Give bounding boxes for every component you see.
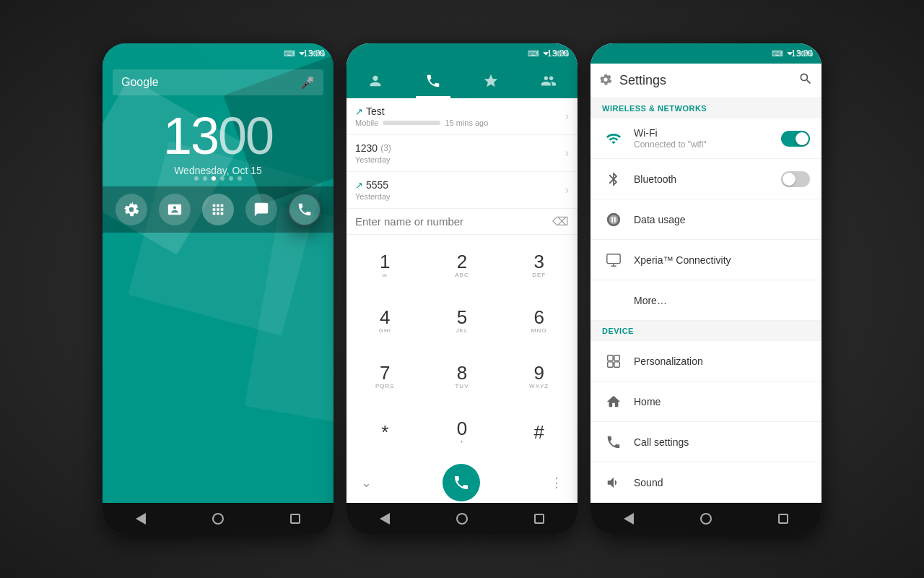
wifi-text: Wi-Fi Connected to "wifi" xyxy=(634,127,781,150)
sound-title: Sound xyxy=(634,477,810,488)
google-label: Google xyxy=(121,76,159,89)
number-input[interactable] xyxy=(355,215,552,228)
dialer-tabs xyxy=(346,64,578,98)
xperia-title: Xperia™ Connectivity xyxy=(634,254,810,266)
settings-item-bluetooth[interactable]: Bluetooth xyxy=(590,159,821,199)
dial-key-4[interactable]: 4 GHI xyxy=(346,293,424,349)
dial-key-5[interactable]: 5 JKL xyxy=(424,293,501,349)
google-search-bar[interactable]: Google 🎤 xyxy=(113,69,323,95)
home-icon xyxy=(602,394,625,410)
tab-groups[interactable] xyxy=(520,64,578,98)
tab-favorites[interactable] xyxy=(462,64,520,98)
bluetooth-toggle[interactable] xyxy=(781,171,810,187)
nav-recent[interactable] xyxy=(284,508,306,530)
call-settings-icon xyxy=(602,434,625,450)
wifi-toggle-on[interactable] xyxy=(781,131,810,147)
settings-item-home[interactable]: Home xyxy=(590,381,821,422)
mic-icon[interactable]: 🎤 xyxy=(300,76,315,90)
dial-key-7[interactable]: 7 PQRS xyxy=(346,349,424,405)
dial-key-3[interactable]: 3 DEF xyxy=(500,238,578,293)
call-info-5555: ↗ 5555 Yesterday xyxy=(355,179,565,201)
dock-phone[interactable] xyxy=(289,194,321,225)
more-title: More… xyxy=(634,295,810,306)
wifi-title: Wi-Fi xyxy=(634,127,781,139)
clock-hours: 13 xyxy=(163,107,218,165)
nav-back[interactable] xyxy=(130,508,152,530)
svg-rect-3 xyxy=(614,355,619,360)
nav-recent[interactable] xyxy=(772,508,794,530)
home-text: Home xyxy=(634,396,810,407)
call-chevron-1230: › xyxy=(565,147,569,160)
settings-gear-icon xyxy=(599,73,612,89)
settings-item-personalization[interactable]: Personalization xyxy=(590,341,821,381)
dial-key-9[interactable]: 9 WXYZ xyxy=(500,349,578,405)
dialer-status-bar: ⌨ ⏷ 90% 13:00 xyxy=(346,43,578,64)
nav-home[interactable] xyxy=(207,508,229,530)
call-button[interactable] xyxy=(443,464,480,501)
wifi-toggle[interactable] xyxy=(781,131,810,147)
dial-key-0[interactable]: 0 + xyxy=(424,404,501,460)
wifi-icon: ⌨ xyxy=(772,49,783,59)
bluetooth-text: Bluetooth xyxy=(634,173,781,185)
dial-key-2[interactable]: 2 ABC xyxy=(424,238,501,293)
xperia-text: Xperia™ Connectivity xyxy=(634,254,810,266)
call-chevron-5555: › xyxy=(565,184,569,197)
dock-apps[interactable] xyxy=(202,194,234,225)
settings-item-more[interactable]: More… xyxy=(590,280,821,321)
settings-search-button[interactable] xyxy=(798,72,813,90)
clock-time: 1300 xyxy=(103,110,334,162)
recent-calls: ↗ Test Mobile 15 mins ago › 1230 (3) xyxy=(346,98,578,209)
settings-title: Settings xyxy=(619,73,791,88)
sound-text: Sound xyxy=(634,477,810,488)
call-item-5555[interactable]: ↗ 5555 Yesterday › xyxy=(346,172,578,209)
section-header-device: DEVICE xyxy=(590,321,821,341)
clear-button[interactable]: ⌫ xyxy=(552,215,569,228)
settings-list: WIRELESS & NETWORKS Wi-Fi Connected to "… xyxy=(590,98,821,503)
call-item-1230[interactable]: 1230 (3) Yesterday › xyxy=(346,135,578,172)
svg-rect-1 xyxy=(607,254,620,263)
data-usage-text: Data usage xyxy=(634,214,810,225)
clock-widget: 1300 Wednesday, Oct 15 xyxy=(103,110,334,176)
tab-contacts[interactable] xyxy=(346,64,404,98)
call-sub-test: Mobile 15 mins ago xyxy=(355,118,565,127)
personalization-icon xyxy=(602,353,625,369)
more-options-icon[interactable]: ⋮ xyxy=(550,475,563,491)
outgoing-arrow-5555: ↗ xyxy=(355,180,363,191)
dock-settings[interactable] xyxy=(116,194,147,225)
dock-messaging[interactable] xyxy=(245,194,277,225)
call-sub-1230: Yesterday xyxy=(355,155,565,164)
call-item-test[interactable]: ↗ Test Mobile 15 mins ago › xyxy=(346,98,578,135)
collapse-icon[interactable]: ⌄ xyxy=(361,475,372,491)
wifi-icon xyxy=(602,131,625,147)
dial-key-6[interactable]: 6 MNO xyxy=(500,293,578,349)
tab-phone[interactable] xyxy=(404,64,462,98)
bluetooth-toggle-off[interactable] xyxy=(781,171,810,187)
svg-rect-4 xyxy=(608,361,613,366)
data-usage-title: Data usage xyxy=(634,214,810,225)
settings-item-call[interactable]: Call settings xyxy=(590,422,821,462)
svg-rect-5 xyxy=(614,361,619,366)
clock-minutes: 00 xyxy=(218,107,273,165)
phone-home: ⌨ ⏷ 90% 13:00 Google 🎤 1300 Wednesday, O… xyxy=(103,43,334,535)
nav-recent[interactable] xyxy=(528,508,550,530)
dial-key-1[interactable]: 1 ∞ xyxy=(346,238,424,293)
nav-back[interactable] xyxy=(618,508,640,530)
dial-key-8[interactable]: 8 TUV xyxy=(424,349,501,405)
settings-item-data[interactable]: Data usage xyxy=(590,199,821,240)
personalization-title: Personalization xyxy=(634,355,810,367)
personalization-text: Personalization xyxy=(634,355,810,367)
nav-home[interactable] xyxy=(695,508,717,530)
call-name-1230: 1230 (3) xyxy=(355,142,565,154)
dial-key-star[interactable]: * xyxy=(346,404,424,460)
sound-icon xyxy=(602,475,625,491)
nav-back[interactable] xyxy=(374,508,396,530)
settings-item-sound[interactable]: Sound xyxy=(590,462,821,503)
dial-key-hash[interactable]: # xyxy=(500,404,578,460)
settings-item-xperia[interactable]: Xperia™ Connectivity xyxy=(590,240,821,280)
settings-item-wifi[interactable]: Wi-Fi Connected to "wifi" xyxy=(590,118,821,159)
dock-contacts[interactable] xyxy=(159,194,191,225)
wifi-icon: ⌨ xyxy=(528,49,539,59)
outgoing-arrow: ↗ xyxy=(355,106,363,117)
home-dock xyxy=(103,186,334,233)
nav-home[interactable] xyxy=(451,508,473,530)
